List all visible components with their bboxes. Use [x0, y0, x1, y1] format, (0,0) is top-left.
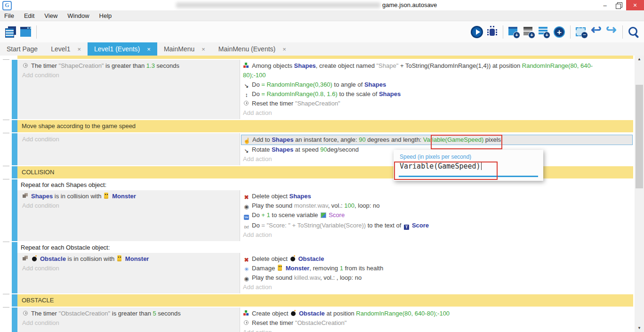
text-cursor — [481, 162, 482, 170]
action-line[interactable]: Play the sound monster.wav, vol.: 100, l… — [241, 201, 633, 211]
add-action-button[interactable]: Add action — [241, 328, 633, 332]
expression-value: Variable(GameSpeed) — [400, 162, 481, 170]
text-segment: Obstacle — [40, 255, 66, 262]
add-action-button[interactable]: Add action — [241, 283, 633, 292]
foreach-header[interactable]: Repeat for each Shapes object: — [17, 179, 633, 190]
menu-file[interactable]: File — [4, 12, 14, 19]
tab-mainmenu-events-[interactable]: MainMenu (Events)× — [212, 42, 293, 56]
debug-icon[interactable] — [485, 25, 499, 39]
add-circle-icon[interactable] — [553, 25, 566, 39]
toolbar-right-group — [469, 25, 641, 39]
text-segment: to angle of — [332, 81, 364, 88]
add-comment-icon[interactable] — [538, 25, 551, 39]
add-subevent-icon[interactable] — [523, 25, 536, 39]
text-segment: Reset the timer — [252, 100, 295, 107]
comment-row[interactable] — [17, 56, 633, 59]
add-action-button[interactable]: Add action — [241, 230, 633, 240]
minimize-button[interactable]: – — [598, 0, 612, 10]
tab-mainmenu[interactable]: MainMenu× — [157, 42, 212, 56]
timer-icon — [22, 310, 29, 316]
restore-button[interactable] — [612, 0, 626, 10]
text-segment: Do — [252, 90, 261, 97]
tab-close-icon[interactable]: × — [282, 46, 286, 53]
undo-icon[interactable] — [590, 25, 603, 39]
text-segment: , loop: no — [354, 202, 380, 209]
tab-close-icon[interactable]: × — [77, 46, 81, 53]
expression-input[interactable]: Variable(GameSpeed) — [394, 161, 543, 173]
add-condition-button[interactable]: Add condition — [20, 71, 237, 80]
text-segment: Damage — [252, 265, 277, 272]
text-segment: The timer — [31, 62, 59, 69]
menu-edit[interactable]: Edit — [24, 12, 34, 19]
window-title: game.json.autosave — [382, 1, 437, 8]
event-row: Repeat for each Shapes object:Shapes is … — [17, 179, 633, 241]
action-line[interactable]: Damage Monster, removing 1 from its heal… — [241, 264, 633, 273]
menu-window[interactable]: Window — [67, 12, 89, 19]
expression-editor-popup: Speed (in pixels per second) Variable(Ga… — [394, 150, 543, 181]
menu-view[interactable]: View — [44, 12, 57, 19]
actions-column: Delete object ShapesPlay the sound monst… — [240, 190, 633, 241]
timer-icon — [243, 319, 250, 326]
menu-help[interactable]: Help — [99, 12, 112, 19]
add-condition-button[interactable]: Add condition — [20, 201, 237, 211]
foreach-header[interactable]: Repeat for each Obstacle object: — [17, 242, 633, 253]
tab-level1[interactable]: Level1× — [44, 42, 88, 56]
add-condition-button[interactable]: Add condition — [20, 135, 237, 144]
scene-editor-icon[interactable] — [19, 25, 32, 39]
add-condition-button[interactable]: Add condition — [20, 264, 237, 273]
create-object-icon — [243, 310, 250, 316]
action-line[interactable]: Add to Shapes an instant force, angle: 9… — [241, 135, 633, 145]
add-action-button[interactable]: Add action — [241, 108, 633, 118]
action-line[interactable]: Delete object Obstacle — [241, 254, 633, 264]
add-event-icon[interactable] — [507, 25, 521, 39]
tab-close-icon[interactable]: × — [201, 46, 205, 53]
scroll-down-icon[interactable]: ▼ — [635, 324, 644, 332]
text-segment: Do — [252, 222, 261, 229]
comment-row[interactable]: OBSTACLE — [17, 294, 633, 307]
tab-start-page[interactable]: Start Page — [0, 42, 44, 56]
text-object-icon — [403, 224, 410, 230]
vertical-scrollbar[interactable]: ▲ ▼ — [635, 56, 644, 332]
text-segment: Score — [412, 222, 429, 229]
text-segment: from its health — [343, 265, 383, 272]
close-button[interactable]: × — [626, 0, 644, 10]
action-line[interactable]: Do + 1 to scene variable Score — [241, 211, 633, 221]
event-sheet: The timer "ShapeCreation" is greater tha… — [0, 56, 635, 332]
app-logo-icon: G — [2, 1, 12, 10]
action-line[interactable]: Among objects Shapes, create object name… — [241, 61, 633, 80]
tab-level1-events-[interactable]: Level1 (Events)× — [88, 42, 157, 56]
play-icon[interactable] — [470, 25, 483, 39]
comment-text: COLLISION — [22, 169, 54, 176]
text-segment: an instant force, angle: — [293, 136, 359, 143]
tab-close-icon[interactable]: × — [147, 46, 151, 53]
gdevelop-window: { "window": { "title": "game.json.autosa… — [0, 0, 644, 332]
text-segment: 1 — [340, 265, 343, 272]
action-line[interactable]: Create object Obstacle at position Rando… — [241, 309, 633, 318]
scrollbar-thumb[interactable] — [636, 85, 643, 188]
text-segment: Delete object — [252, 193, 290, 200]
action-line[interactable]: Reset the timer "ObstacleCreation" — [241, 318, 633, 328]
action-line[interactable]: Do = RandomInRange(0,360) to angle of Sh… — [241, 80, 633, 89]
search-icon[interactable] — [627, 25, 640, 39]
comment-row[interactable]: Move shape according to the game speed — [17, 120, 633, 132]
action-line[interactable]: Play the sound killed.wav, vol.: , loop:… — [241, 273, 633, 283]
condition-line[interactable]: Shapes is in collision with Monster — [20, 192, 237, 201]
text-segment: , vol.: — [328, 202, 345, 209]
action-line[interactable]: Delete object Shapes — [241, 192, 633, 201]
condition-line[interactable]: The timer "ObstacleCreation" is greater … — [20, 309, 237, 318]
text-segment: Shapes — [290, 193, 311, 200]
scroll-up-icon[interactable]: ▲ — [635, 56, 644, 63]
bomb-icon — [290, 310, 297, 316]
project-manager-icon[interactable] — [4, 25, 17, 39]
action-line[interactable]: Reset the timer "ShapeCreation" — [241, 99, 633, 108]
actions-column: Among objects Shapes, create object name… — [240, 60, 633, 119]
redo-icon[interactable] — [605, 25, 618, 39]
action-line[interactable]: Do = RandomInRange(0.8, 1.6) to the scal… — [241, 89, 633, 99]
add-condition-button[interactable]: Add condition — [20, 318, 237, 328]
remove-selection-icon[interactable] — [575, 25, 588, 39]
condition-line[interactable]: The timer "ShapeCreation" is greater tha… — [20, 61, 237, 71]
condition-line[interactable]: Obstacle is in collision with Monster — [20, 254, 237, 264]
text-segment: , create object named — [316, 62, 377, 69]
action-line[interactable]: Do = "Score: " + ToString(Variable(Score… — [241, 221, 633, 231]
text-segment: to the text of — [366, 222, 403, 229]
